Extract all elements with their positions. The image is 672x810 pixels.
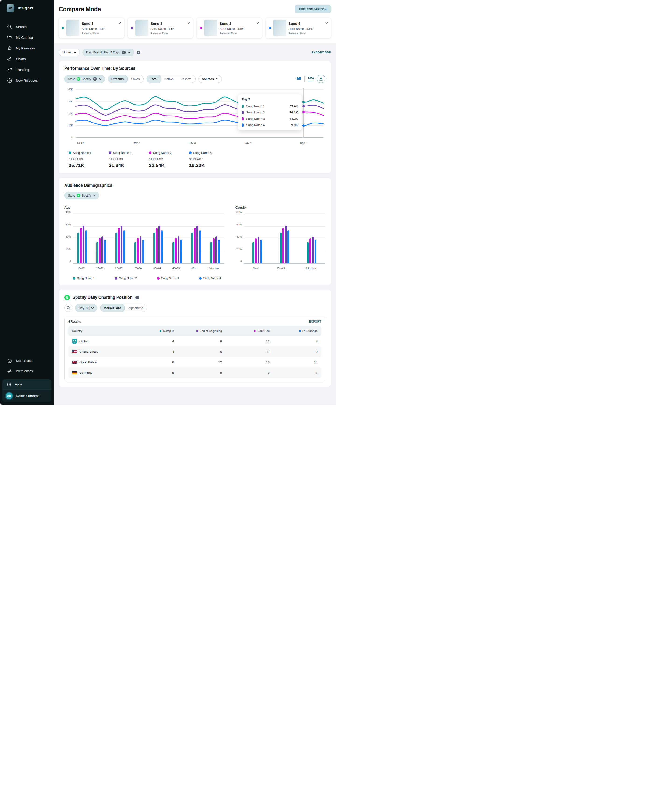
chart-position-value: 12 [174,360,222,364]
sources-dropdown[interactable]: Sources [198,75,222,83]
sidebar-item-label: New Releases [16,79,38,83]
bar-group[interactable] [135,236,144,263]
tab-total[interactable]: Total [147,75,161,83]
age-chart-title: Age [64,206,224,209]
store-filter[interactable]: Store Spotify ✕ [64,75,105,83]
chevron-down-icon [74,52,76,53]
table-header: CountryOctopusEnd of BeginningDark RedLa… [68,326,321,336]
line-chart-area[interactable]: 010K20K30K40K1st FriDay 2Day 3Day 4Day 5… [64,86,325,146]
demographics-store-filter[interactable]: Store Spotify [64,192,99,199]
close-icon[interactable]: ✕ [256,22,259,25]
close-icon[interactable]: ✕ [118,22,121,25]
column-header-song[interactable]: La Durango [270,329,318,332]
sidebar-item-preferences[interactable]: Preferences [0,366,54,376]
table-row[interactable]: Global46128 [68,336,321,346]
bar-group[interactable] [153,226,163,263]
sidebar-item-new-releases[interactable]: New Releases [0,75,54,86]
close-icon[interactable]: ✕ [325,22,328,25]
chevron-down-icon [216,78,218,80]
bar-group[interactable] [210,236,220,263]
bar-group[interactable] [307,237,317,263]
tab-passive[interactable]: Passive [177,75,195,83]
demographics-legend: Song Name 1Song Name 2Song Name 3Song Na… [64,277,325,280]
clear-date-filter-icon[interactable]: ✕ [122,51,126,54]
tooltip-value: 21.3K [290,117,298,120]
export-pdf-link[interactable]: EXPORT PDF [312,51,331,54]
date-period-filter[interactable]: Date Period First 5 Days ✕ [83,49,134,56]
clear-store-filter-icon[interactable]: ✕ [93,77,97,81]
tab-saves[interactable]: Saves [127,75,143,83]
chart-position-value: 4 [126,339,174,343]
gridline [73,214,224,214]
sidebar-nav: SearchMy CatalogMy FavoritesChartsTrendi… [0,22,54,86]
sidebar-item-apps[interactable]: Apps [2,379,51,390]
legend-dot [157,277,160,280]
day-label: Day [79,306,84,310]
sort-tabs: Market SizeAlphabetic [100,304,147,312]
sidebar-item-my-catalog[interactable]: My Catalog [0,32,54,43]
globe-flag-icon [72,339,77,344]
bar-song-name-3 [80,228,82,263]
folder-icon [7,35,12,40]
svg-text:40K: 40K [68,88,73,91]
area-chart-toggle[interactable] [296,76,301,81]
tab-market-size[interactable]: Market Size [100,304,125,312]
table-row[interactable]: Great Britain6121014 [68,357,321,368]
column-header-song[interactable]: End of Beginning [174,329,222,332]
song-artist: Artist Name - ISRC [289,27,328,30]
bar-song-name-3 [194,228,196,263]
song-title: Song 1 [82,22,93,25]
exit-comparison-button[interactable]: EXIT COMPARISON [295,5,331,13]
tab-active[interactable]: Active [161,75,177,83]
tab-alphabetic[interactable]: Alphabetic [125,304,147,312]
bar-song-name-2 [83,226,84,263]
content-area: Market Date Period First 5 Days ✕ i EXPO… [54,44,336,405]
download-chart-button[interactable] [317,75,325,83]
market-filter[interactable]: Market [59,49,80,56]
chart-position-value: 11 [222,350,270,354]
column-header-song[interactable]: Octopus [126,329,174,332]
sidebar-item-charts[interactable]: Charts [0,54,54,64]
column-header-song[interactable]: Dark Red [222,329,270,332]
chevron-down-icon [99,78,101,80]
star-icon [7,46,12,51]
column-header-country[interactable]: Country [72,329,126,332]
bar-song-name-1 [191,233,193,263]
bar-group[interactable] [116,226,125,263]
tooltip-value: 29.4K [290,105,298,108]
bar-group[interactable] [253,237,262,263]
chart-position-value: 5 [126,371,174,375]
bar-group[interactable] [191,226,201,263]
legend-dot [73,277,75,280]
tooltip-song-name: Song Name 4 [246,123,265,127]
bar-group[interactable] [172,236,182,263]
bar-group[interactable] [77,226,87,263]
chart-position-value: 9 [270,350,318,354]
app-logo-row[interactable]: Insights [0,4,54,12]
sidebar-user[interactable]: AB Name Surname [2,390,51,402]
sidebar-item-my-favorites[interactable]: My Favorites [0,43,54,54]
bar-group[interactable] [280,226,289,263]
line-chart-toggle[interactable] [308,76,313,81]
sidebar-item-store-status[interactable]: Store Status [0,356,54,366]
chart-position-value: 8 [174,371,222,375]
tab-streams[interactable]: Streams [108,75,128,83]
song-artist: Artist Name - ISRC [82,27,121,30]
info-icon[interactable]: i [135,296,139,299]
apps-grid-icon [7,382,11,386]
tooltip-row: Song Name 129.4K [242,103,298,109]
info-icon[interactable]: i [137,51,140,54]
bar-group[interactable] [96,236,106,263]
table-row[interactable]: Germany58911 [68,368,321,378]
bar-song-name-4 [260,240,262,263]
search-button[interactable] [64,304,72,312]
sidebar-item-search[interactable]: Search [0,22,54,32]
export-table-link[interactable]: EXPORT [309,320,321,323]
country-cell: Germany [72,371,126,375]
chart-position-value: 6 [126,360,174,364]
table-row[interactable]: United States46119 [68,346,321,357]
bar-plot [244,215,325,264]
day-dropdown[interactable]: Day 10 [75,304,97,312]
sidebar-item-trending[interactable]: Trending [0,64,54,75]
close-icon[interactable]: ✕ [187,22,190,25]
